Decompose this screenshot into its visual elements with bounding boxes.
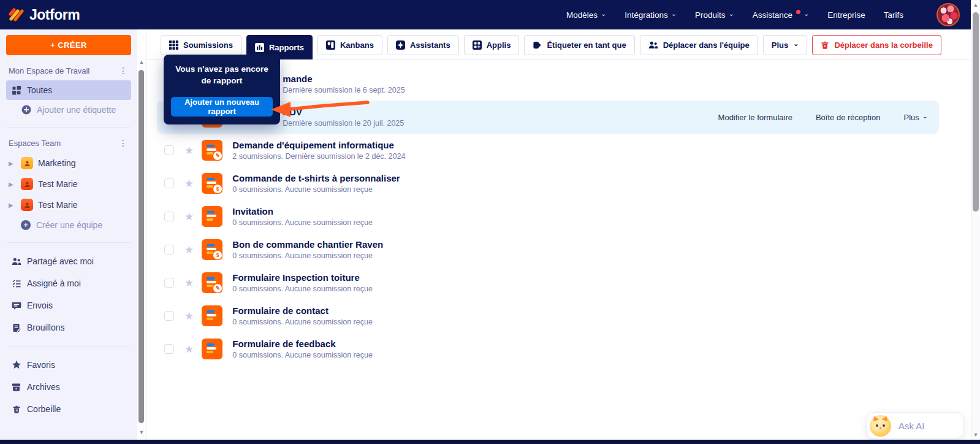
- favorite-star-icon[interactable]: ★: [184, 245, 194, 255]
- jotform-logo[interactable]: Jotform: [9, 6, 80, 24]
- toolbar-button[interactable]: Déplacer dans l'équipe: [640, 35, 758, 55]
- form-title[interactable]: Formulaire Inspection toiture: [232, 272, 373, 283]
- form-title[interactable]: mande: [283, 74, 405, 84]
- form-title[interactable]: Invitation: [232, 206, 373, 216]
- favorite-star-icon[interactable]: ★: [184, 344, 194, 354]
- sidebar-item-label: Toutes: [27, 85, 52, 95]
- workspace-kebab-icon[interactable]: ⋮: [116, 66, 130, 75]
- toolbar-button[interactable]: Assistants: [387, 35, 459, 55]
- navbar-menu-item[interactable]: Intégrations ⌄: [625, 10, 677, 20]
- row-checkbox[interactable]: [164, 278, 174, 288]
- sidebar-item-label: Envois: [27, 300, 53, 310]
- page-scrollbar-thumb[interactable]: [973, 12, 979, 212]
- inbox-action[interactable]: Boîte de réception: [816, 113, 881, 122]
- form-row[interactable]: ★ ✎ Demande d'équipement informatique 2 …: [147, 134, 971, 167]
- favorite-star-icon[interactable]: ★: [184, 145, 194, 156]
- sidebar-item[interactable]: Corbeille: [6, 398, 131, 420]
- row-checkbox[interactable]: [164, 311, 174, 321]
- row-checkbox[interactable]: [164, 344, 174, 354]
- sidebar-scrollbar-thumb[interactable]: [139, 70, 144, 423]
- form-row[interactable]: ★ $ Commande de t-shirts à personnaliser…: [147, 167, 971, 200]
- form-row[interactable]: ★ Formulaire de contact 0 soumissions. A…: [147, 299, 971, 332]
- sidebar-item[interactable]: Assigné à moi: [6, 272, 131, 294]
- trash-icon: [821, 40, 829, 50]
- favorite-star-icon[interactable]: ★: [184, 178, 194, 189]
- scroll-up-icon[interactable]: ▲: [971, 2, 980, 8]
- toolbar-button[interactable]: Étiqueter en tant que: [524, 35, 634, 55]
- row-checkbox[interactable]: [164, 212, 174, 221]
- teams-kebab-icon[interactable]: ⋮: [116, 138, 130, 148]
- toolbar-button[interactable]: Déplacer dans la corbeille: [812, 35, 941, 55]
- team-avatar: [21, 199, 33, 211]
- sidebar-item[interactable]: Brouillons: [6, 316, 131, 339]
- form-title[interactable]: Commande de t-shirts à personnaliser: [232, 173, 400, 183]
- create-team-button[interactable]: + Créer une équipe: [6, 215, 131, 235]
- toolbar-button[interactable]: Kanbans: [317, 35, 382, 55]
- toolbar-button[interactable]: Applis: [464, 35, 520, 55]
- workspace-title: Mon Espace de Travail: [9, 66, 89, 75]
- star-icon: [11, 360, 21, 370]
- form-title[interactable]: Formulaire de contact: [232, 305, 373, 316]
- chevron-right-icon[interactable]: ▶: [9, 202, 16, 209]
- form-title[interactable]: Formulaire de feedback: [232, 339, 373, 349]
- toolbar-button[interactable]: Plus ⌄: [763, 35, 808, 55]
- grid-all-icon: [11, 85, 21, 96]
- row-checkbox[interactable]: [164, 178, 174, 188]
- form-subtitle: 0 soumissions. Aucune soumission reçue: [232, 318, 373, 326]
- edit-form-action[interactable]: Modifier le formulaire: [718, 113, 792, 122]
- form-row[interactable]: ★ ✎ Formulaire Inspection toiture 0 soum…: [147, 266, 971, 299]
- sidebar-team-item[interactable]: ▶ Test Marie: [6, 174, 131, 194]
- sidebar-item[interactable]: Envois: [6, 294, 131, 316]
- toolbar-button-label: Déplacer dans la corbeille: [834, 40, 932, 50]
- chevron-down-icon: ⌄: [728, 10, 734, 17]
- sidebar-item[interactable]: Favoris: [6, 354, 131, 376]
- chevron-right-icon[interactable]: ▶: [9, 181, 16, 188]
- sidebar-team-item[interactable]: ▶ Test Marie: [6, 194, 131, 215]
- navbar-menu-item[interactable]: Produits ⌄: [695, 10, 734, 20]
- toolbar-button-label: Assistants: [410, 40, 450, 50]
- form-row[interactable]: ★ Invitation 0 soumissions. Aucune soumi…: [147, 200, 971, 233]
- assistant-icon: [396, 40, 405, 50]
- people-icon: [11, 256, 21, 267]
- scroll-down-icon[interactable]: ▼: [137, 429, 146, 435]
- favorite-star-icon[interactable]: ★: [184, 278, 194, 288]
- scroll-down-icon[interactable]: ▼: [971, 432, 980, 438]
- sidebar-item[interactable]: Partagé avec moi: [6, 250, 131, 272]
- form-row[interactable]: ★ $ Bon de commande chantier Raven 0 sou…: [147, 233, 971, 266]
- sidebar-item[interactable]: Archives: [6, 376, 131, 398]
- row-checkbox[interactable]: [164, 245, 174, 255]
- add-report-button[interactable]: Ajouter un nouveau rapport: [171, 97, 273, 117]
- grid-icon: [169, 40, 178, 50]
- ask-ai-widget[interactable]: Ask AI: [866, 412, 964, 439]
- workspace-items: Toutes Ajouter une étiquette: [6, 80, 131, 120]
- create-button[interactable]: + CRÉER: [6, 35, 131, 55]
- navbar-menu-item[interactable]: Entreprise: [827, 10, 865, 20]
- toolbar-button-label: Plus: [772, 40, 788, 50]
- form-title[interactable]: Demande d'équipement informatique: [232, 140, 405, 150]
- favorite-star-icon[interactable]: ★: [184, 212, 194, 222]
- row-checkbox[interactable]: [164, 145, 174, 155]
- navbar-menu-item[interactable]: Tarifs: [884, 10, 903, 20]
- chevron-right-icon[interactable]: ▶: [9, 160, 16, 167]
- sidebar-team-item[interactable]: ▶ Marketing: [6, 153, 131, 174]
- sidebar-item[interactable]: Ajouter une étiquette: [6, 100, 131, 120]
- favorite-star-icon[interactable]: ★: [184, 311, 194, 321]
- sidebar-item[interactable]: Toutes: [6, 80, 131, 100]
- page-scrollbar[interactable]: ▲ ▼: [971, 0, 980, 444]
- sidebar-scrollbar[interactable]: ▲ ▼: [137, 56, 146, 439]
- user-avatar[interactable]: [936, 3, 960, 26]
- form-title[interactable]: Bon de commande chantier Raven: [232, 239, 383, 250]
- form-icon: [202, 206, 222, 227]
- toolbar-button[interactable]: Soumissions: [161, 35, 241, 55]
- chevron-down-icon: ⌄: [671, 10, 677, 17]
- scroll-up-icon[interactable]: ▲: [137, 59, 146, 65]
- navbar-menu-item[interactable]: Modèles ⌄: [566, 10, 606, 20]
- form-title[interactable]: RDV: [283, 107, 404, 117]
- form-subtitle: 0 soumissions. Aucune soumission reçue: [232, 285, 373, 293]
- navbar-menu-item[interactable]: Assistance ⌄: [753, 10, 810, 20]
- navbar-menu: Modèles ⌄ Intégrations ⌄ Produits ⌄: [566, 3, 960, 26]
- form-row[interactable]: ★ Formulaire de feedback 0 soumissions. …: [147, 332, 971, 366]
- form-subtitle: Dernière soumission le 20 juil. 2025: [283, 119, 404, 128]
- team-avatar: [21, 157, 33, 169]
- more-action[interactable]: Plus⌄: [903, 113, 928, 122]
